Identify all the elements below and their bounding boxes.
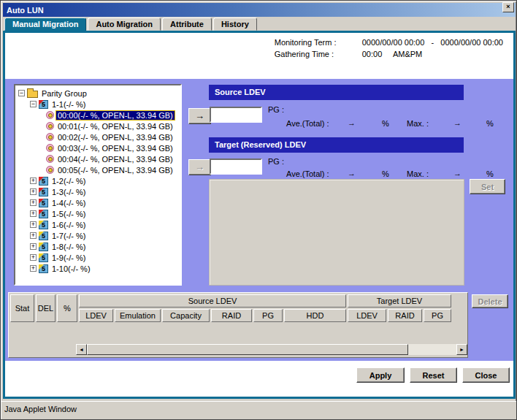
target-ldev-list[interactable]: [209, 179, 464, 286]
scrollbar-thumb[interactable]: [87, 344, 408, 355]
tree-label-ldev[interactable]: 00:04(-/- %, OPEN-L, 33.94 GB): [56, 155, 175, 164]
expand-icon[interactable]: +: [30, 177, 37, 184]
parity-group-icon: 5: [39, 221, 48, 229]
tree-row-pg-1-2[interactable]: + 5 1-2(-/- %): [17, 175, 179, 186]
tree-label-pg[interactable]: 1-7(-/- %): [50, 232, 87, 240]
expand-icon[interactable]: +: [30, 265, 37, 272]
tree-label-pg[interactable]: 1-8(-/- %): [50, 243, 87, 251]
target-pg-input[interactable]: [210, 159, 262, 175]
source-max-percent: %: [486, 119, 494, 128]
set-button[interactable]: Set: [470, 179, 505, 194]
parity-group-icon: 5: [39, 264, 48, 273]
expand-icon[interactable]: +: [30, 221, 37, 228]
monitoring-info: Monitoring Term : 0000/00/00 00:00 - 000…: [275, 38, 503, 58]
move-to-target-button[interactable]: →: [188, 159, 211, 175]
move-to-source-button[interactable]: →: [188, 108, 211, 124]
table-horizontal-scrollbar[interactable]: ◄ ►: [76, 344, 467, 355]
tree-label-root[interactable]: Parity Group: [40, 89, 88, 98]
col-header-tgt-pg[interactable]: PG: [424, 309, 451, 322]
collapse-icon[interactable]: −: [30, 101, 37, 107]
expand-icon[interactable]: +: [30, 199, 37, 206]
close-icon[interactable]: ×: [502, 2, 514, 12]
target-ave-percent: %: [382, 169, 389, 178]
tree-row-ldev[interactable]: 00:00(-/- %, OPEN-L, 33.94 GB): [17, 110, 179, 121]
tree-label-ldev-selected[interactable]: 00:00(-/- %, OPEN-L, 33.94 GB): [56, 111, 175, 120]
tree-row-pg-1-7[interactable]: + 5 1-7(-/- %): [17, 230, 179, 241]
ldev-icon: [46, 133, 54, 141]
col-header-capacity[interactable]: Capacity: [162, 309, 210, 322]
parity-group-tree[interactable]: − Parity Group − 5 1-1(-/- %) 00:00(-/- …: [14, 84, 182, 286]
collapse-icon[interactable]: −: [18, 90, 25, 96]
expand-icon[interactable]: +: [30, 243, 37, 250]
tab-manual-migration[interactable]: Manual Migration: [4, 18, 86, 31]
tree-label-pg[interactable]: 1-4(-/- %): [50, 199, 87, 207]
tree-row-pg-1-6[interactable]: + 5 1-6(-/- %): [17, 219, 179, 230]
tree-label-ldev[interactable]: 00:01(-/- %, OPEN-L, 33.94 GB): [56, 122, 175, 131]
source-ave-arrow-icon: →: [348, 118, 356, 127]
tree-row-ldev[interactable]: 00:02(-/- %, OPEN-L, 33.94 GB): [17, 131, 179, 142]
tree-row-pg-1-8[interactable]: + 5 1-8(-/- %): [17, 241, 179, 252]
scroll-right-icon[interactable]: ►: [456, 344, 467, 355]
parity-group-icon: 5: [39, 199, 48, 207]
close-button[interactable]: Close: [462, 367, 510, 383]
tree-row-pg-1-4[interactable]: + 5 1-4(-/- %): [17, 197, 179, 208]
col-header-del[interactable]: DEL: [36, 294, 55, 322]
col-header-src-ldev[interactable]: LDEV: [79, 309, 113, 322]
tree-label-ldev[interactable]: 00:03(-/- %, OPEN-L, 33.94 GB): [56, 144, 175, 153]
ldev-icon: [46, 166, 54, 174]
tree-label-pg[interactable]: 1-3(-/- %): [50, 188, 87, 196]
tree-row-parity-group[interactable]: − Parity Group: [17, 88, 179, 99]
tab-auto-migration[interactable]: Auto Migration: [88, 18, 161, 31]
apply-button[interactable]: Apply: [356, 367, 405, 383]
tree-label-pg[interactable]: 1-1(-/- %): [50, 100, 87, 109]
tree-row-ldev[interactable]: 00:01(-/- %, OPEN-L, 33.94 GB): [17, 121, 179, 131]
reset-button[interactable]: Reset: [410, 367, 457, 383]
scrollbar-track[interactable]: [408, 344, 456, 355]
col-header-src-raid[interactable]: RAID: [211, 309, 252, 322]
col-header-stat[interactable]: Stat: [10, 294, 34, 322]
title-bar[interactable]: Auto LUN: [3, 3, 516, 17]
expand-icon[interactable]: +: [30, 210, 37, 217]
col-header-emulation[interactable]: Emulation: [115, 309, 161, 322]
table-header: Stat DEL % Source LDEV Target LDEV LDEV …: [9, 293, 467, 324]
target-max-arrow-icon: →: [453, 169, 462, 177]
tree-label-ldev[interactable]: 00:05(-/- %, OPEN-L, 33.94 GB): [56, 166, 175, 175]
ldev-icon: [46, 122, 54, 130]
ldev-icon: [46, 111, 54, 119]
tree-row-ldev[interactable]: 00:04(-/- %, OPEN-L, 33.94 GB): [17, 153, 179, 164]
tree-row-pg-1-10[interactable]: + 5 1-10(-/- %): [17, 263, 179, 274]
tree-label-pg[interactable]: 1-9(-/- %): [50, 253, 87, 262]
tree-row-pg-1-1[interactable]: − 5 1-1(-/- %): [17, 99, 179, 110]
tree-label-pg[interactable]: 1-5(-/- %): [50, 210, 87, 218]
status-bar: Java Applet Window: [1, 401, 517, 420]
tree-row-pg-1-3[interactable]: + 5 1-3(-/- %): [17, 186, 179, 197]
tree-row-ldev[interactable]: 00:05(-/- %, OPEN-L, 33.94 GB): [17, 164, 179, 175]
scroll-left-icon[interactable]: ◄: [76, 344, 87, 355]
source-max-label: Max. :: [407, 119, 429, 128]
tree-label-ldev[interactable]: 00:02(-/- %, OPEN-L, 33.94 GB): [56, 133, 175, 142]
expand-icon[interactable]: +: [30, 188, 37, 195]
tab-history[interactable]: History: [213, 18, 257, 31]
source-pg-input[interactable]: [210, 107, 262, 123]
delete-button[interactable]: Delete: [472, 294, 508, 308]
parity-group-icon: 5: [39, 188, 48, 196]
target-pg-label: PG :: [268, 157, 284, 166]
tree-row-pg-1-5[interactable]: + 5 1-5(-/- %): [17, 208, 179, 219]
tree-label-pg[interactable]: 1-6(-/- %): [50, 221, 87, 229]
col-header-percent[interactable]: %: [57, 294, 77, 322]
tab-attribute[interactable]: Attribute: [162, 18, 212, 31]
tree-row-pg-1-9[interactable]: + 5 1-9(-/- %): [17, 252, 179, 263]
col-header-hdd[interactable]: HDD: [284, 309, 346, 322]
target-ldev-header: Target (Reserved) LDEV: [209, 137, 464, 153]
source-ave-percent: %: [382, 119, 389, 128]
tree-label-pg[interactable]: 1-2(-/- %): [50, 177, 87, 186]
col-header-src-pg[interactable]: PG: [253, 309, 283, 322]
source-max-arrow-icon: →: [453, 118, 462, 127]
col-header-tgt-ldev[interactable]: LDEV: [348, 309, 386, 322]
expand-icon[interactable]: +: [30, 232, 37, 239]
col-header-tgt-raid[interactable]: RAID: [388, 309, 422, 322]
parity-group-icon: 5: [39, 232, 48, 240]
expand-icon[interactable]: +: [30, 254, 37, 261]
tree-row-ldev[interactable]: 00:03(-/- %, OPEN-L, 33.94 GB): [17, 142, 179, 153]
tree-label-pg[interactable]: 1-10(-/- %): [50, 264, 92, 273]
